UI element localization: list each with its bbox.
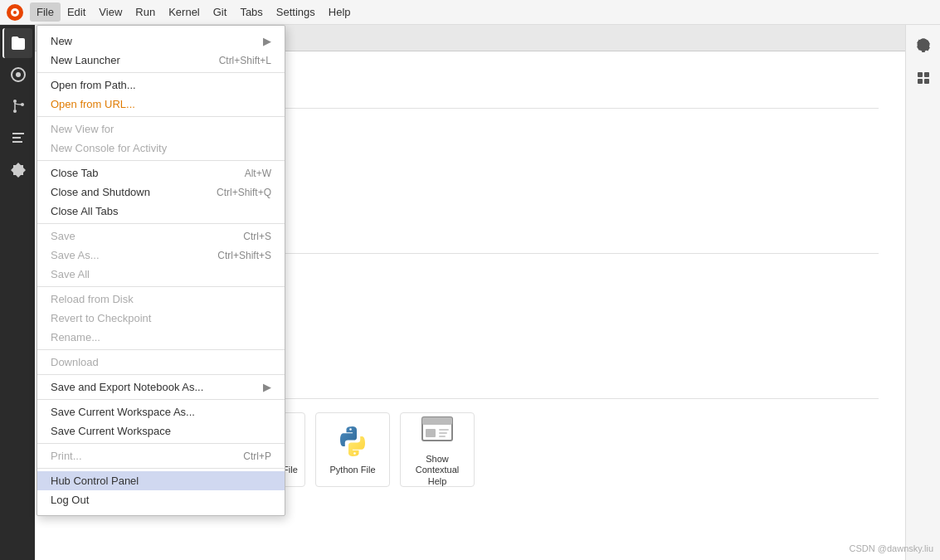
menu-download: Download — [37, 353, 285, 372]
pythonfile-icon — [334, 423, 371, 460]
menu-group-open: Open from Path... Open from URL... — [37, 73, 285, 117]
svg-rect-40 — [924, 72, 929, 77]
menu-group-close: Close Tab Alt+W Close and Shutdown Ctrl+… — [37, 161, 285, 224]
python-file-label: Python File — [329, 465, 375, 475]
menu-edit[interactable]: Edit — [61, 2, 92, 22]
sidebar-item-git[interactable] — [2, 91, 32, 121]
menu-export[interactable]: Save and Export Notebook As... ▶ — [37, 377, 285, 397]
watermark: CSDN @dawnsky.liu — [850, 543, 933, 553]
svg-rect-33 — [422, 417, 452, 425]
menu-run[interactable]: Run — [129, 2, 162, 22]
menu-group-new: New ▶ New Launcher Ctrl+Shift+L — [37, 29, 285, 73]
contextual-help-icon — [419, 412, 455, 449]
svg-rect-34 — [426, 429, 436, 437]
svg-rect-36 — [439, 432, 447, 434]
menu-help[interactable]: Help — [322, 2, 358, 22]
sidebar-item-toc[interactable] — [2, 123, 32, 153]
menu-settings[interactable]: Settings — [270, 2, 322, 22]
menu-close-tab[interactable]: Close Tab Alt+W — [37, 163, 285, 183]
settings-icon[interactable] — [910, 32, 937, 58]
menu-close-all[interactable]: Close All Tabs — [37, 202, 285, 221]
menu-save-all: Save All — [37, 265, 285, 284]
show-contextual-label: Show ContextualHelp — [407, 454, 467, 487]
svg-rect-41 — [918, 79, 923, 84]
sidebar — [0, 25, 35, 560]
svg-point-2 — [13, 11, 17, 14]
menu-open-path[interactable]: Open from Path... — [37, 75, 285, 95]
app-logo — [3, 1, 27, 24]
menu-group-view: New View for New Console for Activity — [37, 117, 285, 161]
sidebar-item-files[interactable] — [2, 28, 32, 58]
sidebar-item-extensions[interactable] — [2, 154, 32, 184]
file-menu-dropdown: New ▶ New Launcher Ctrl+Shift+L Open fro… — [37, 25, 285, 516]
menu-git[interactable]: Git — [207, 2, 234, 22]
menu-group-print: Print... Ctrl+P — [37, 444, 285, 469]
menu-logout[interactable]: Log Out — [37, 490, 285, 509]
svg-rect-37 — [439, 436, 446, 437]
menu-kernel[interactable]: Kernel — [162, 2, 207, 22]
menu-group-hub: Hub Control Panel Log Out — [37, 469, 285, 512]
menu-group-workspace: Save Current Workspace As... Save Curren… — [37, 400, 285, 444]
menu-save-as: Save As... Ctrl+Shift+S — [37, 246, 285, 265]
svg-rect-10 — [12, 137, 21, 139]
menu-save-workspace[interactable]: Save Current Workspace — [37, 421, 285, 441]
extension-settings-icon[interactable] — [910, 65, 937, 91]
menu-save-workspace-as[interactable]: Save Current Workspace As... — [37, 402, 285, 421]
python-file-card[interactable]: Python File — [315, 412, 390, 487]
menu-reload: Reload from Disk — [37, 290, 285, 309]
menu-rename: Rename... — [37, 328, 285, 347]
svg-point-4 — [16, 72, 21, 77]
svg-point-31 — [353, 453, 356, 455]
menu-new-view: New View for — [37, 119, 285, 139]
menu-new[interactable]: New ▶ — [37, 32, 285, 51]
svg-rect-42 — [924, 79, 929, 84]
svg-rect-39 — [918, 72, 923, 77]
menu-tabs[interactable]: Tabs — [233, 2, 269, 22]
menu-group-reload: Reload from Disk Revert to Checkpoint Re… — [37, 287, 285, 350]
menubar: File Edit View Run Kernel Git Tabs Setti… — [0, 0, 940, 25]
sidebar-item-running[interactable] — [2, 60, 32, 90]
svg-rect-9 — [12, 133, 24, 134]
menu-hub-control[interactable]: Hub Control Panel — [37, 471, 285, 490]
svg-point-5 — [13, 100, 17, 103]
menu-view[interactable]: View — [92, 2, 129, 22]
menu-file[interactable]: File — [30, 2, 61, 22]
menu-print: Print... Ctrl+P — [37, 446, 285, 465]
menu-close-shutdown[interactable]: Close and Shutdown Ctrl+Shift+Q — [37, 183, 285, 202]
menu-group-save: Save Ctrl+S Save As... Ctrl+Shift+S Save… — [37, 224, 285, 287]
show-contextual-card[interactable]: Show ContextualHelp — [400, 412, 475, 487]
svg-point-30 — [349, 429, 352, 431]
menu-new-launcher[interactable]: New Launcher Ctrl+Shift+L — [37, 51, 285, 70]
menu-group-export: Save and Export Notebook As... ▶ — [37, 375, 285, 400]
menu-open-url[interactable]: Open from URL... — [37, 95, 285, 114]
svg-rect-11 — [12, 141, 22, 143]
svg-rect-35 — [439, 429, 449, 431]
right-panel — [905, 25, 940, 560]
menu-save: Save Ctrl+S — [37, 226, 285, 246]
menu-new-console: New Console for Activity — [37, 139, 285, 158]
menu-group-download: Download — [37, 350, 285, 375]
svg-point-6 — [13, 110, 17, 113]
menu-revert: Revert to Checkpoint — [37, 309, 285, 328]
